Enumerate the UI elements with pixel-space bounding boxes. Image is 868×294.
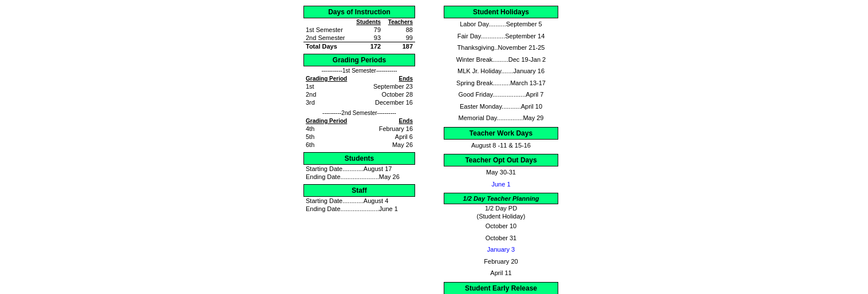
grading-row-2nd: 2ndOctober 28 (303, 90, 415, 98)
holiday-winter: Winter Break.........Dec 19-Jan 2 (444, 54, 558, 66)
teacher-work-days-dates: August 8 -11 & 15-16 (444, 140, 558, 152)
student-holidays-header: Student Holidays (444, 6, 558, 18)
teacher-work-days-header: Teacher Work Days (444, 127, 558, 140)
col-grading-period-2: Grading Period (303, 117, 364, 125)
grading-row-1st: 1stSeptember 23 (303, 82, 415, 90)
grading-row-3rd: 3rdDecember 16 (303, 98, 415, 106)
tp-jan3: January 3 (444, 244, 558, 256)
staff-end: Ending Date......................June 1 (303, 205, 415, 213)
semester1-teachers: 88 (383, 26, 415, 34)
semester1-students: 79 (352, 26, 383, 34)
teacher-planning-header: 1/2 Day Teacher Planning (444, 193, 558, 204)
students-panel: Students Starting Date............August… (303, 152, 415, 181)
semester1-grading-label: -----------1st Semester----------- (303, 66, 415, 75)
col-ends: Ends (360, 75, 415, 82)
semester2-students: 93 (352, 34, 383, 42)
grading-periods-header: Grading Periods (303, 54, 415, 66)
grading-row-6th: 6thMay 26 (303, 141, 415, 149)
semester1-label: 1st Semester (303, 26, 352, 34)
col-students: Students (352, 18, 383, 26)
semester2-label: 2nd Semester (303, 34, 352, 42)
tp-apr11: April 11 (444, 267, 558, 279)
teacher-work-days-panel: Teacher Work Days August 8 -11 & 15-16 (444, 127, 558, 152)
semester2-teachers: 99 (383, 34, 415, 42)
student-holidays-panel: Student Holidays Labor Day..........Sept… (444, 6, 558, 124)
teacher-planning-panel: 1/2 Day Teacher Planning 1/2 Day PD (Stu… (444, 193, 558, 279)
teacher-opt-out-header: Teacher Opt Out Days (444, 154, 558, 166)
holiday-good-friday: Good Friday...................April 7 (444, 89, 558, 101)
holiday-memorial: Memorial Day...............May 29 (444, 112, 558, 124)
total-label: Total Days (303, 42, 352, 51)
total-teachers: 187 (383, 42, 415, 51)
col-teachers: Teachers (383, 18, 415, 26)
opt-out-may: May 30-31 (444, 166, 558, 178)
col-ends-2: Ends (364, 117, 415, 125)
holiday-mlk: MLK Jr. Holiday.......January 16 (444, 65, 558, 77)
holiday-spring: Spring Break..........March 13-17 (444, 77, 558, 89)
staff-header: Staff (303, 184, 415, 197)
teacher-planning-sub: 1/2 Day PD (444, 204, 558, 212)
students-end: Ending Date......................May 26 (303, 173, 415, 181)
students-header: Students (303, 152, 415, 165)
grading-row-4th: 4thFebruary 16 (303, 125, 415, 133)
opt-out-june: June 1 (444, 178, 558, 190)
staff-start: Starting Date............August 4 (303, 197, 415, 205)
holiday-easter: Easter Monday...........April 10 (444, 101, 558, 113)
holiday-labor: Labor Day..........September 5 (444, 18, 558, 30)
tp-feb20: February 20 (444, 256, 558, 268)
grading-row-5th: 5thApril 6 (303, 133, 415, 141)
tp-oct10: October 10 (444, 220, 558, 232)
students-start: Starting Date............August 17 (303, 165, 415, 173)
holiday-thanksgiving: Thanksgiving..November 21-25 (444, 42, 558, 54)
col-grading-period: Grading Period (303, 75, 360, 82)
grading-periods-panel: Grading Periods -----------1st Semester-… (303, 54, 415, 149)
tp-oct31: October 31 (444, 232, 558, 244)
teacher-opt-out-panel: Teacher Opt Out Days May 30-31 June 1 (444, 154, 558, 190)
student-early-release-header: Student Early Release (444, 282, 558, 295)
student-early-release-panel: Student Early Release November 18 Decemb… (444, 282, 558, 295)
days-of-instruction-header: Days of Instruction (303, 6, 415, 18)
staff-panel: Staff Starting Date............August 4 … (303, 184, 415, 213)
teacher-planning-note: (Student Holiday) (444, 212, 558, 220)
right-panel: Student Holidays Labor Day..........Sept… (444, 6, 558, 294)
holiday-fair: Fair Day..............September 14 (444, 30, 558, 42)
total-students: 172 (352, 42, 383, 51)
days-of-instruction-panel: Days of Instruction Students Teachers 1s… (303, 6, 415, 50)
semester2-grading-label: ----------2nd Semester---------- (303, 109, 415, 117)
